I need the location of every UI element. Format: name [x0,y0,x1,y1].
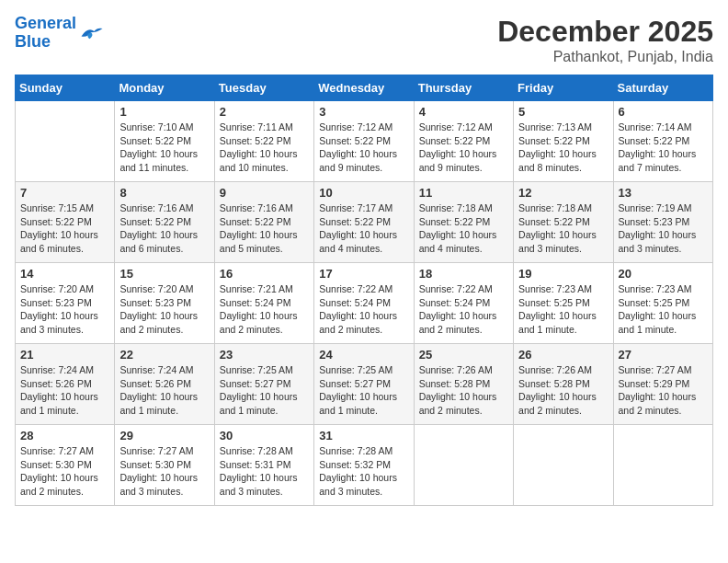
day-info: Sunrise: 7:22 AMSunset: 5:24 PMDaylight:… [419,282,508,337]
day-number: 14 [20,267,109,281]
page-header: General Blue December 2025 Pathankot, Pu… [15,15,713,65]
calendar-header-row: SundayMondayTuesdayWednesdayThursdayFrid… [16,75,713,101]
calendar-day-cell: 22Sunrise: 7:24 AMSunset: 5:26 PMDayligh… [115,344,214,425]
day-info: Sunrise: 7:28 AMSunset: 5:32 PMDaylight:… [319,444,408,499]
calendar-day-cell: 25Sunrise: 7:26 AMSunset: 5:28 PMDayligh… [414,344,513,425]
day-number: 22 [119,348,209,362]
day-number: 19 [518,267,608,281]
day-number: 4 [419,105,508,119]
day-number: 17 [319,267,408,281]
day-number: 11 [419,186,508,200]
day-info: Sunrise: 7:18 AMSunset: 5:22 PMDaylight:… [419,201,508,256]
day-number: 1 [119,105,209,119]
calendar-day-cell: 3Sunrise: 7:12 AMSunset: 5:22 PMDaylight… [314,101,414,182]
day-info: Sunrise: 7:10 AMSunset: 5:22 PMDaylight:… [119,121,209,175]
day-info: Sunrise: 7:23 AMSunset: 5:25 PMDaylight:… [619,282,708,337]
calendar-table: SundayMondayTuesdayWednesdayThursdayFrid… [15,75,713,506]
calendar-day-cell: 27Sunrise: 7:27 AMSunset: 5:29 PMDayligh… [613,344,712,425]
calendar-day-cell: 31Sunrise: 7:28 AMSunset: 5:32 PMDayligh… [314,425,414,506]
calendar-day-cell: 15Sunrise: 7:20 AMSunset: 5:23 PMDayligh… [115,263,214,344]
day-info: Sunrise: 7:23 AMSunset: 5:25 PMDaylight:… [518,282,608,337]
day-number: 18 [419,267,508,281]
calendar-day-cell: 1Sunrise: 7:10 AMSunset: 5:22 PMDaylight… [115,101,214,182]
calendar-day-cell: 10Sunrise: 7:17 AMSunset: 5:22 PMDayligh… [314,182,414,263]
calendar-day-cell [16,101,115,182]
day-of-week-header: Thursday [414,75,513,101]
calendar-day-cell: 16Sunrise: 7:21 AMSunset: 5:24 PMDayligh… [214,263,313,344]
calendar-week-row: 1Sunrise: 7:10 AMSunset: 5:22 PMDaylight… [16,101,713,182]
day-number: 24 [319,348,408,362]
day-info: Sunrise: 7:18 AMSunset: 5:22 PMDaylight:… [518,201,608,256]
day-info: Sunrise: 7:14 AMSunset: 5:22 PMDaylight:… [619,121,708,175]
calendar-day-cell: 21Sunrise: 7:24 AMSunset: 5:26 PMDayligh… [16,344,115,425]
day-info: Sunrise: 7:12 AMSunset: 5:22 PMDaylight:… [319,121,408,175]
day-info: Sunrise: 7:26 AMSunset: 5:28 PMDaylight:… [419,363,508,418]
day-info: Sunrise: 7:28 AMSunset: 5:31 PMDaylight:… [220,444,309,499]
day-number: 21 [20,348,109,362]
day-of-week-header: Sunday [16,75,115,101]
day-info: Sunrise: 7:15 AMSunset: 5:22 PMDaylight:… [20,201,109,256]
day-info: Sunrise: 7:17 AMSunset: 5:22 PMDaylight:… [319,201,408,256]
day-info: Sunrise: 7:24 AMSunset: 5:26 PMDaylight:… [119,363,209,418]
calendar-week-row: 21Sunrise: 7:24 AMSunset: 5:26 PMDayligh… [16,344,713,425]
logo: General Blue [15,15,104,52]
day-info: Sunrise: 7:24 AMSunset: 5:26 PMDaylight:… [20,363,109,418]
day-of-week-header: Saturday [613,75,712,101]
day-info: Sunrise: 7:16 AMSunset: 5:22 PMDaylight:… [119,201,209,256]
day-number: 7 [20,186,109,200]
day-info: Sunrise: 7:19 AMSunset: 5:23 PMDaylight:… [619,201,708,256]
day-of-week-header: Monday [115,75,214,101]
calendar-day-cell: 11Sunrise: 7:18 AMSunset: 5:22 PMDayligh… [414,182,513,263]
title-block: December 2025 Pathankot, Punjab, India [497,15,713,65]
calendar-day-cell: 23Sunrise: 7:25 AMSunset: 5:27 PMDayligh… [214,344,313,425]
calendar-day-cell: 4Sunrise: 7:12 AMSunset: 5:22 PMDaylight… [414,101,513,182]
day-info: Sunrise: 7:20 AMSunset: 5:23 PMDaylight:… [20,282,109,337]
calendar-day-cell: 13Sunrise: 7:19 AMSunset: 5:23 PMDayligh… [613,182,712,263]
day-number: 15 [119,267,209,281]
day-info: Sunrise: 7:26 AMSunset: 5:28 PMDaylight:… [518,363,608,418]
calendar-day-cell: 5Sunrise: 7:13 AMSunset: 5:22 PMDaylight… [514,101,613,182]
day-number: 26 [518,348,608,362]
day-info: Sunrise: 7:22 AMSunset: 5:24 PMDaylight:… [319,282,408,337]
day-number: 5 [518,105,608,119]
logo-text: General Blue [15,15,76,52]
day-number: 30 [220,429,309,442]
day-number: 3 [319,105,408,119]
day-number: 31 [319,429,408,442]
calendar-day-cell: 26Sunrise: 7:26 AMSunset: 5:28 PMDayligh… [514,344,613,425]
calendar-day-cell: 6Sunrise: 7:14 AMSunset: 5:22 PMDaylight… [613,101,712,182]
calendar-day-cell: 29Sunrise: 7:27 AMSunset: 5:30 PMDayligh… [115,425,214,506]
day-of-week-header: Wednesday [314,75,414,101]
calendar-day-cell [613,425,712,506]
calendar-day-cell: 28Sunrise: 7:27 AMSunset: 5:30 PMDayligh… [16,425,115,506]
day-info: Sunrise: 7:20 AMSunset: 5:23 PMDaylight:… [119,282,209,337]
calendar-day-cell [414,425,513,506]
calendar-day-cell: 17Sunrise: 7:22 AMSunset: 5:24 PMDayligh… [314,263,414,344]
calendar-title: December 2025 [497,15,713,49]
calendar-subtitle: Pathankot, Punjab, India [497,49,713,65]
day-info: Sunrise: 7:11 AMSunset: 5:22 PMDaylight:… [220,121,309,175]
calendar-day-cell: 20Sunrise: 7:23 AMSunset: 5:25 PMDayligh… [613,263,712,344]
calendar-day-cell: 19Sunrise: 7:23 AMSunset: 5:25 PMDayligh… [514,263,613,344]
calendar-day-cell: 14Sunrise: 7:20 AMSunset: 5:23 PMDayligh… [16,263,115,344]
calendar-day-cell: 7Sunrise: 7:15 AMSunset: 5:22 PMDaylight… [16,182,115,263]
day-number: 28 [20,429,109,442]
day-number: 10 [319,186,408,200]
calendar-day-cell: 8Sunrise: 7:16 AMSunset: 5:22 PMDaylight… [115,182,214,263]
day-info: Sunrise: 7:25 AMSunset: 5:27 PMDaylight:… [220,363,309,418]
calendar-day-cell: 24Sunrise: 7:25 AMSunset: 5:27 PMDayligh… [314,344,414,425]
day-number: 2 [220,105,309,119]
day-number: 23 [220,348,309,362]
day-number: 12 [518,186,608,200]
day-info: Sunrise: 7:25 AMSunset: 5:27 PMDaylight:… [319,363,408,418]
day-number: 8 [119,186,209,200]
day-info: Sunrise: 7:27 AMSunset: 5:29 PMDaylight:… [619,363,708,418]
calendar-day-cell [514,425,613,506]
day-number: 6 [619,105,708,119]
calendar-day-cell: 12Sunrise: 7:18 AMSunset: 5:22 PMDayligh… [514,182,613,263]
calendar-week-row: 14Sunrise: 7:20 AMSunset: 5:23 PMDayligh… [16,263,713,344]
day-number: 13 [619,186,708,200]
calendar-week-row: 7Sunrise: 7:15 AMSunset: 5:22 PMDaylight… [16,182,713,263]
day-info: Sunrise: 7:27 AMSunset: 5:30 PMDaylight:… [119,444,209,499]
day-number: 16 [220,267,309,281]
